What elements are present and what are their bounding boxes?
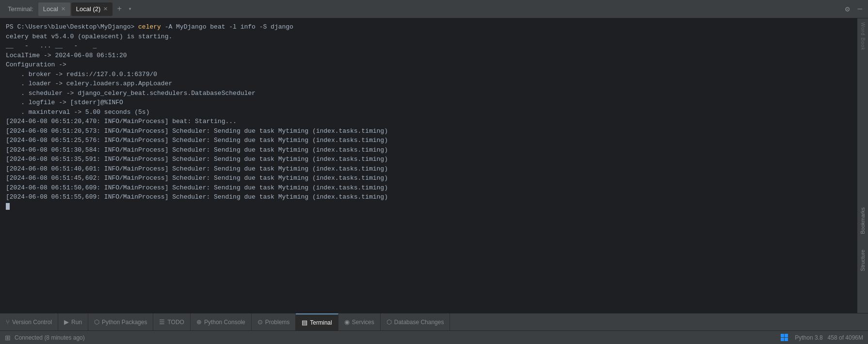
terminal-line: . maxinterval -> 5.00 seconds (5s) <box>6 108 857 117</box>
terminal-line: [2024-06-08 06:51:45,602: INFO/MainProce… <box>6 173 857 183</box>
todo-label: TODO <box>167 319 184 326</box>
problems-label: Problems <box>265 319 290 326</box>
tab-bar: Terminal: Local ✕ Local (2) ✕ + ▾ ⚙ — <box>0 0 868 18</box>
tab-bar-right: ⚙ — <box>843 3 864 15</box>
memory-usage: 458 of 4096M <box>828 334 863 341</box>
run-label: Run <box>71 319 82 326</box>
structure-side-tab[interactable]: Structure <box>859 247 867 274</box>
terminal-line: [2024-06-08 06:51:35,591: INFO/MainProce… <box>6 155 857 164</box>
database-changes-icon: ⬡ <box>386 318 392 326</box>
windows-icon <box>781 334 788 341</box>
terminal-line: [2024-06-08 06:51:30,584: INFO/MainProce… <box>6 145 857 155</box>
terminal-line: . logfile -> [stderr]@%INFO <box>6 98 857 108</box>
terminal-line: PS C:\Users\blue\Desktop\MyDjango> celer… <box>6 22 857 32</box>
bottom-tab-run[interactable]: ▶Run <box>58 313 88 331</box>
terminal-line: [2024-06-08 06:51:25,576: INFO/MainProce… <box>6 136 857 145</box>
terminal-line: celery beat v5.4.0 (opalescent) is start… <box>6 32 857 42</box>
services-label: Services <box>352 319 374 326</box>
terminal-line: . loader -> celery.loaders.app.AppLoader <box>6 79 857 89</box>
terminal-line: LocalTime -> 2024-06-08 06:51:20 <box>6 51 857 61</box>
connection-status: Connected (8 minutes ago) <box>15 334 85 341</box>
version-control-label: Version Control <box>12 319 52 326</box>
win-sq-2 <box>785 334 788 337</box>
version-control-icon: ⑂ <box>6 318 10 326</box>
win-sq-1 <box>781 334 784 337</box>
status-bar: ⊞ Connected (8 minutes ago) Python 3.8 4… <box>0 330 868 344</box>
terminal-line: . scheduler -> django_celery_beat.schedu… <box>6 89 857 98</box>
terminal-line: [2024-06-08 06:51:40,601: INFO/MainProce… <box>6 164 857 174</box>
win-sq-4 <box>785 338 788 341</box>
bottom-tab-version-control[interactable]: ⑂Version Control <box>0 313 58 331</box>
bottom-tab-terminal[interactable]: ▤Terminal <box>296 313 338 331</box>
tab-dropdown-button[interactable]: ▾ <box>126 5 133 13</box>
terminal-icon: ▤ <box>302 319 307 326</box>
problems-icon: ⊙ <box>257 318 263 326</box>
bottom-tab-database-changes[interactable]: ⬡Database Changes <box>381 313 450 331</box>
database-changes-label: Database Changes <box>394 319 444 326</box>
terminal-content[interactable]: PS C:\Users\blue\Desktop\MyDjango> celer… <box>0 18 863 313</box>
side-panel: Bookmarks Structure <box>857 18 868 313</box>
expand-icon[interactable]: ⊞ <box>5 334 11 342</box>
tab-local2-close[interactable]: ✕ <box>103 6 108 12</box>
tab-local1[interactable]: Local ✕ <box>38 2 70 16</box>
bottom-toolbar: ⑂Version Control▶Run⬡Python Packages☰TOD… <box>0 313 868 330</box>
tab-local1-close[interactable]: ✕ <box>61 6 65 12</box>
python-console-label: Python Console <box>204 319 245 326</box>
terminal-line: __ - ... __ - _ <box>6 41 857 51</box>
run-icon: ▶ <box>64 318 69 326</box>
bottom-tab-python-packages[interactable]: ⬡Python Packages <box>88 313 153 331</box>
terminal-line: [2024-06-08 06:51:50,609: INFO/MainProce… <box>6 183 857 193</box>
bookmarks-side-tab[interactable]: Bookmarks <box>859 204 867 237</box>
python-packages-icon: ⬡ <box>94 318 99 326</box>
terminal-label: Terminal <box>310 319 332 326</box>
status-bar-right: Python 3.8 458 of 4096M <box>781 334 863 341</box>
terminal-line: Configuration -> <box>6 60 857 70</box>
terminal-main: PS C:\Users\blue\Desktop\MyDjango> celer… <box>0 18 863 313</box>
todo-icon: ☰ <box>159 318 165 326</box>
terminal-line: [2024-06-08 06:51:20,573: INFO/MainProce… <box>6 126 857 136</box>
terminal-label: Terminal: <box>4 5 37 13</box>
terminal-wrapper: PS C:\Users\blue\Desktop\MyDjango> celer… <box>0 18 868 313</box>
python-packages-label: Python Packages <box>102 319 147 326</box>
tab-local1-label: Local <box>43 5 58 13</box>
python-version: Python 3.8 <box>795 334 822 341</box>
tab-local2-label: Local (2) <box>76 5 101 13</box>
terminal-line: . broker -> redis://127.0.0.1:6379/0 <box>6 70 857 79</box>
win-sq-3 <box>781 338 784 341</box>
bottom-tab-services[interactable]: ◉Services <box>338 313 381 331</box>
tab-local2[interactable]: Local (2) ✕ <box>71 2 113 16</box>
terminal-line: [2024-06-08 06:51:55,609: INFO/MainProce… <box>6 192 857 202</box>
settings-icon[interactable]: ⚙ <box>843 3 852 15</box>
cursor-block <box>6 203 10 210</box>
services-icon: ◉ <box>344 318 350 326</box>
terminal-line: [2024-06-08 06:51:20,470: INFO/MainProce… <box>6 117 857 126</box>
terminal-cursor-line[interactable] <box>6 202 857 212</box>
new-tab-button[interactable]: + <box>113 3 125 15</box>
bottom-tab-problems[interactable]: ⊙Problems <box>252 313 296 331</box>
bottom-tab-todo[interactable]: ☰TODO <box>153 313 190 331</box>
bottom-tab-python-console[interactable]: ⊕Python Console <box>191 313 252 331</box>
minimize-icon[interactable]: — <box>855 4 864 15</box>
python-console-icon: ⊕ <box>196 318 202 326</box>
